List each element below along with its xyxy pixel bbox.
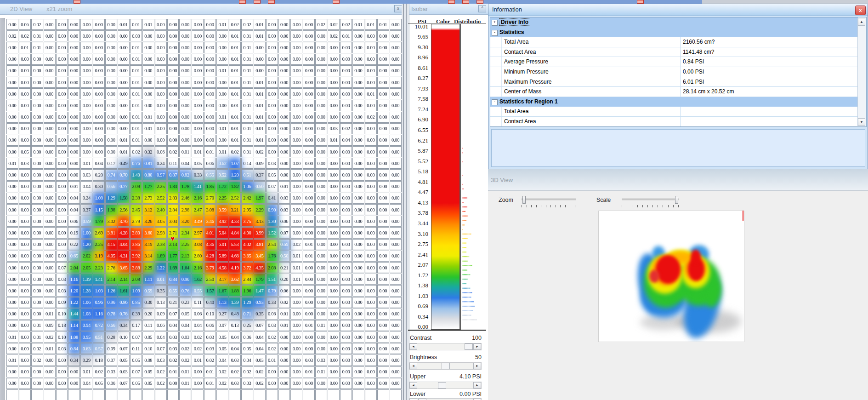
grid-cell[interactable]: 0.00 (44, 216, 56, 227)
grid-cell[interactable]: 0.00 (167, 19, 179, 30)
grid-cell[interactable]: 0.00 (179, 88, 191, 99)
grid-cell[interactable]: 0.00 (204, 30, 216, 41)
grid-cell[interactable]: 0.00 (118, 112, 130, 123)
center-of-pressure-cursor-icon[interactable]: ♥ (170, 235, 175, 242)
grid-cell[interactable]: 1.96 (241, 285, 253, 296)
grid-cell[interactable]: 0.00 (167, 135, 179, 146)
grid-cell[interactable]: 0.02 (266, 331, 278, 343)
grid-cell[interactable]: 0.17 (130, 320, 142, 331)
grid-cell[interactable]: 0.00 (352, 54, 364, 65)
grid-cell[interactable]: 1.88 (229, 285, 241, 296)
grid-cell[interactable]: 1.20 (68, 285, 80, 296)
grid-cell[interactable]: 2.38 (130, 193, 142, 204)
grid-cell[interactable]: 0.00 (390, 274, 402, 285)
grid-cell[interactable]: 0.00 (204, 54, 216, 65)
grid-cell[interactable]: 0.10 (56, 331, 68, 343)
grid-cell[interactable]: 2.25 (93, 239, 105, 250)
grid-cell[interactable]: 0.00 (192, 378, 204, 389)
grid-cell[interactable]: 0.02 (365, 112, 377, 123)
grid-cell[interactable]: 0.01 (216, 146, 228, 157)
grid-cell[interactable]: 0.00 (31, 135, 43, 146)
grid-cell[interactable] (142, 389, 154, 400)
grid-cell[interactable]: 0.00 (44, 239, 56, 250)
grid-cell[interactable]: 2.34 (179, 227, 191, 238)
grid-cell[interactable]: 1.47 (254, 285, 266, 296)
grid-cell[interactable]: 3.59 (216, 204, 228, 215)
grid-cell[interactable]: 0.00 (352, 227, 364, 238)
grid-cell[interactable]: 3.26 (142, 216, 154, 227)
grid-cell[interactable]: 0.00 (328, 42, 340, 53)
grid-cell[interactable]: 0.00 (19, 216, 31, 227)
grid-cell[interactable]: 0.82 (179, 169, 191, 180)
grid-cell[interactable]: 0.00 (216, 77, 228, 88)
grid-cell[interactable]: 0.00 (6, 123, 18, 134)
grid-cell[interactable]: 0.00 (68, 158, 80, 169)
grid-cell[interactable]: 0.00 (290, 54, 302, 65)
grid-cell[interactable]: 0.34 (118, 320, 130, 331)
grid-cell[interactable]: 0.00 (390, 227, 402, 238)
grid-cell[interactable]: 0.09 (105, 343, 117, 354)
grid-cell[interactable]: 0.02 (340, 19, 352, 30)
grid-cell[interactable] (266, 389, 278, 400)
grid-cell[interactable]: 0.00 (6, 285, 18, 296)
grid-cell[interactable]: 2.29 (142, 262, 154, 273)
grid-cell[interactable]: 0.00 (105, 19, 117, 30)
grid-cell[interactable] (19, 389, 31, 400)
grid-cell[interactable]: 0.08 (142, 354, 154, 366)
grid-cell[interactable]: 0.01 (130, 77, 142, 88)
grid-cell[interactable]: 0.06 (204, 158, 216, 169)
grid-cell[interactable]: 0.00 (93, 88, 105, 99)
grid-cell[interactable]: 0.02 (93, 366, 105, 377)
grid-cell[interactable] (352, 389, 364, 400)
grid-cell[interactable]: 3.75 (241, 216, 253, 227)
grid-cell[interactable]: 0.00 (290, 88, 302, 99)
grid-cell[interactable]: 0.37 (254, 169, 266, 180)
grid-cell[interactable]: 0.00 (390, 30, 402, 41)
grid-cell[interactable]: 0.35 (155, 285, 167, 296)
grid-cell[interactable] (56, 389, 68, 400)
grid-cell[interactable]: 0.03 (118, 366, 130, 377)
grid-cell[interactable]: 0.00 (315, 158, 327, 169)
grid-cell[interactable]: 0.00 (352, 239, 364, 250)
grid-cell[interactable]: 0.00 (315, 343, 327, 354)
grid-cell[interactable]: 0.02 (328, 30, 340, 41)
grid-cell[interactable]: 0.04 (80, 181, 92, 192)
grid-cell[interactable]: 0.06 (192, 309, 204, 320)
grid-cell[interactable]: 0.03 (266, 320, 278, 331)
grid-cell[interactable]: 0.02 (340, 123, 352, 134)
grid-cell[interactable]: 0.00 (340, 100, 352, 111)
grid-cell[interactable]: 2.56 (118, 204, 130, 215)
grid-cell[interactable]: 3.05 (155, 216, 167, 227)
grid-cell[interactable]: 0.00 (352, 193, 364, 204)
grid-cell[interactable]: 0.00 (365, 216, 377, 227)
grid-cell[interactable]: 0.05 (93, 378, 105, 389)
grid-cell[interactable]: 0.00 (130, 30, 142, 41)
grid-cell[interactable]: 0.00 (377, 297, 389, 308)
grid-cell[interactable]: 2.42 (241, 193, 253, 204)
grid-cell[interactable]: 0.02 (31, 343, 43, 354)
grid-cell[interactable]: 0.00 (278, 100, 290, 111)
grid-cell[interactable]: 2.25 (155, 181, 167, 192)
grid-cell[interactable]: 1.79 (254, 274, 266, 285)
grid-cell[interactable]: 1.39 (229, 297, 241, 308)
grid-cell[interactable]: 0.01 (241, 77, 253, 88)
grid-cell[interactable]: 0.00 (31, 227, 43, 238)
grid-cell[interactable]: 0.00 (315, 169, 327, 180)
grid-cell[interactable]: 2.08 (266, 262, 278, 273)
grid-cell[interactable]: 0.22 (68, 239, 80, 250)
grid-cell[interactable]: 0.24 (80, 193, 92, 204)
grid-cell[interactable]: 0.03 (167, 343, 179, 354)
grid-cell[interactable] (377, 389, 389, 400)
grid-cell[interactable]: 2.46 (179, 193, 191, 204)
grid-cell[interactable]: 0.00 (340, 331, 352, 343)
grid-cell[interactable]: 0.00 (365, 65, 377, 76)
grid-cell[interactable]: 0.00 (93, 42, 105, 53)
grid-cell[interactable]: 0.00 (19, 135, 31, 146)
grid-cell[interactable]: 0.00 (352, 285, 364, 296)
grid-cell[interactable]: 0.01 (278, 309, 290, 320)
grid-cell[interactable]: 0.00 (80, 19, 92, 30)
grid-cell[interactable]: 0.02 (266, 343, 278, 354)
grid-cell[interactable]: 0.00 (365, 30, 377, 41)
grid-cell[interactable]: 0.00 (56, 30, 68, 41)
grid-cell[interactable]: 0.18 (93, 354, 105, 366)
